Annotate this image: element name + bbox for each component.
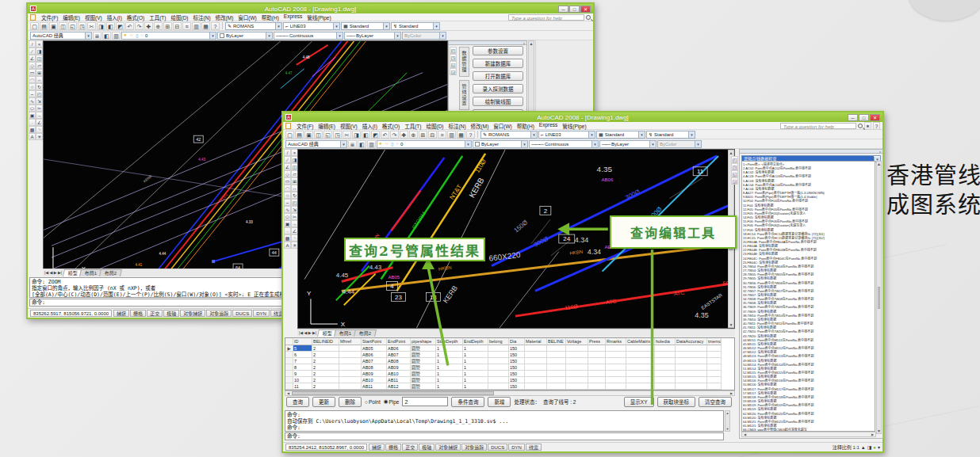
column-header-Rmarks[interactable]: Rmarks <box>606 338 626 345</box>
plot-preview-icon[interactable]: ◱ <box>323 131 332 139</box>
scroll-up-icon[interactable]: ▲ <box>877 162 881 166</box>
column-header-Mhref[interactable]: Mhref <box>339 338 362 345</box>
redo-icon[interactable]: ↷ <box>390 131 399 139</box>
annotation-scale-label[interactable]: 注释比例 1:1 <box>833 444 859 451</box>
layer-combo[interactable]: ●☼▯■0▾ <box>121 32 216 40</box>
column-header-ID[interactable]: ID <box>293 338 312 345</box>
polygon-icon[interactable]: ◇ <box>29 62 36 69</box>
status-toggle[interactable]: 极轴 <box>419 444 434 451</box>
help-search-input[interactable]: Type a question for help <box>508 14 584 21</box>
ellipse-icon[interactable]: ⬭ <box>284 213 291 220</box>
menu-item[interactable]: 标注(N) <box>191 13 213 21</box>
open-icon[interactable]: ▤ <box>40 22 48 30</box>
dock-right-icon[interactable]: ◳ <box>731 163 738 170</box>
float-icon[interactable]: ◱ <box>450 61 457 68</box>
command-scrollbar[interactable]: ▲▼ <box>725 410 730 432</box>
menu-item[interactable]: 格式(O) <box>380 122 402 130</box>
menu-item[interactable]: 编辑(E) <box>316 122 338 130</box>
layer-previous-icon[interactable]: ◧ <box>358 140 366 148</box>
paste-icon[interactable]: ◧ <box>106 22 115 30</box>
menu-item[interactable]: 编辑(E) <box>60 13 82 21</box>
menu-item[interactable]: 窗口(W) <box>491 122 514 130</box>
menu-item[interactable]: 绘图(D) <box>424 122 446 130</box>
column-header-StartPoint[interactable]: StartPoint <box>362 338 387 345</box>
status-toggle[interactable]: 极轴 <box>163 310 179 317</box>
tab-nav-icons[interactable]: |◀ ◀ ▶ ▶| <box>43 269 63 276</box>
paste-icon[interactable]: ◧ <box>362 131 370 139</box>
table-row[interactable]: 62AB06AB07圆管11150 <box>285 352 734 358</box>
column-header-Material[interactable]: Material <box>525 338 547 345</box>
status-toggle[interactable]: 对象追踪 <box>206 310 232 317</box>
pan-icon[interactable]: ✚ <box>400 131 408 139</box>
lineweight-combo[interactable]: ——ByLayer▾ <box>599 140 657 148</box>
layer-properties-icon[interactable]: ≣ <box>348 140 357 148</box>
column-header-DataAccuracy[interactable]: DataAccuracy <box>676 338 707 345</box>
match-properties-icon[interactable]: ◩ <box>371 131 380 139</box>
scroll-up-icon[interactable]: ▲ <box>529 41 534 46</box>
copy-icon[interactable]: ◨ <box>97 22 105 30</box>
menu-item[interactable]: 标注(N) <box>446 122 469 130</box>
status-toggle[interactable]: 捕捉 <box>369 444 385 451</box>
color-combo[interactable]: ByLayer▾ <box>217 32 273 40</box>
table-row[interactable]: ▶52AB05AB06圆管11150 <box>285 345 734 352</box>
zoom-previous-icon[interactable]: ⊟ <box>173 22 182 30</box>
status-toggle[interactable]: DUCS <box>488 444 507 451</box>
dock-left-icon[interactable]: ◰ <box>450 47 457 54</box>
status-toggle[interactable]: DYN <box>253 310 270 317</box>
column-header-BELINEID[interactable]: BELINEID <box>312 338 339 345</box>
scroll-right-icon[interactable]: ▶ <box>729 391 734 395</box>
revision-cloud-icon[interactable]: ~ <box>29 90 36 97</box>
mirror-icon[interactable]: ◫ <box>36 55 43 62</box>
scroll-up-icon[interactable]: ▲ <box>729 150 733 155</box>
cut-icon[interactable]: ✂ <box>87 22 96 30</box>
erase-icon[interactable]: × <box>36 40 43 48</box>
menu-item[interactable]: 插入(I) <box>105 13 124 21</box>
scroll-down-icon[interactable]: ▼ <box>729 322 733 327</box>
column-header-tmemo[interactable]: tmemo <box>707 338 722 345</box>
scroll-right-icon[interactable]: ▶ <box>870 432 875 436</box>
pin-icon[interactable]: ◲ <box>731 177 738 185</box>
linetype-combo[interactable]: ———Continuous▾ <box>529 140 599 148</box>
tab-布局2[interactable]: 布局2 <box>354 329 377 337</box>
status-toggle[interactable]: 线宽 <box>526 444 542 451</box>
update-button[interactable]: 更新 <box>312 397 335 407</box>
line-icon[interactable]: / <box>284 149 291 156</box>
status-toggle[interactable]: 对象追踪 <box>461 444 487 451</box>
status-toggle[interactable]: 栅格 <box>130 310 146 317</box>
status-toggle[interactable]: 正交 <box>402 444 418 451</box>
pipe-radio[interactable]: ◉Pipe <box>384 398 400 405</box>
menu-item[interactable]: 工具(T) <box>147 13 168 21</box>
help-search-input[interactable]: Type a question for help <box>780 123 856 129</box>
array-icon[interactable]: ⊞ <box>36 69 43 76</box>
panel-scrollbar[interactable]: ▲▼ <box>876 161 882 434</box>
pan-icon[interactable]: ✚ <box>144 22 153 30</box>
column-header-BELINE[interactable]: BELINE <box>547 338 566 345</box>
query-button[interactable]: 查询 <box>286 397 309 407</box>
properties-icon[interactable]: ≡ <box>182 22 191 30</box>
offset-icon[interactable]: ▱ <box>36 62 43 69</box>
scale-icon[interactable]: ◰ <box>36 90 43 97</box>
ellipse-icon[interactable]: ⬭ <box>29 105 36 112</box>
column-header-holedia[interactable]: holedia <box>655 338 676 345</box>
undo-icon[interactable]: ↶ <box>125 22 134 30</box>
table-row[interactable]: 112AB11AB12圆管11150 <box>285 383 734 390</box>
workspace-combo[interactable]: AutoCAD 经典▾ <box>285 140 347 148</box>
menu-item[interactable]: 视图(V) <box>82 13 105 21</box>
scrollbar-thumb[interactable] <box>292 391 494 395</box>
help-icon[interactable]: ? <box>211 22 220 30</box>
status-toggle[interactable]: 对象捕捉 <box>180 310 205 317</box>
trim-icon[interactable]: ✂ <box>36 105 43 112</box>
condition-query-button[interactable]: 条件查询 <box>451 397 484 407</box>
polygon-icon[interactable]: ◇ <box>284 170 291 177</box>
properties-icon[interactable]: ≡ <box>438 131 446 139</box>
text-style-combo[interactable]: ✎ROMANS▾ <box>480 131 538 139</box>
status-toggle[interactable]: 对象捕捉 <box>435 444 461 451</box>
mleader-style-combo[interactable]: ↯Standard▾ <box>646 131 695 139</box>
arc-icon[interactable]: ◠ <box>284 185 291 192</box>
table-row[interactable]: 72AB07AB08圆管11150 <box>285 358 734 364</box>
redo-icon[interactable]: ↷ <box>135 22 144 30</box>
delete-button[interactable]: 删除 <box>339 397 362 407</box>
point-radio[interactable]: ○Point <box>365 399 381 405</box>
plot-icon[interactable]: ◫ <box>59 22 67 30</box>
status-toggle[interactable]: DUCS <box>232 310 252 317</box>
